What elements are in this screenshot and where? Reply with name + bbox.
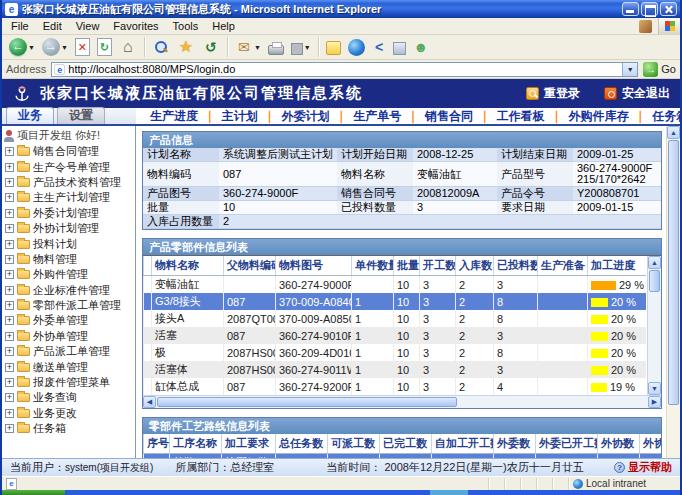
notes-button[interactable]	[323, 38, 344, 56]
title-bar[interactable]: 张家口长城液压油缸有限公司管理信息系统 - Microsoft Internet…	[2, 0, 680, 18]
windows-taskbar[interactable]	[2, 490, 680, 495]
favorites-button[interactable]: ★	[174, 37, 198, 57]
sidebar-item-10[interactable]: +零部件派工单管理	[2, 298, 135, 313]
address-input[interactable]: http://localhost:8080/MPS/login.do ▼	[51, 62, 638, 77]
column-header[interactable]: 已完工数	[380, 434, 432, 454]
sidebar-item-0[interactable]: +销售合同管理	[2, 144, 135, 159]
sidebar-item-5[interactable]: +外协计划管理	[2, 221, 135, 236]
logout-button[interactable]: 安全退出	[604, 85, 670, 102]
sidebar-item-16[interactable]: +业务查询	[2, 390, 135, 405]
expand-icon[interactable]: +	[5, 193, 14, 202]
menu-item-file[interactable]: File	[4, 19, 36, 33]
nav-item-7[interactable]: 任务箱	[652, 108, 680, 124]
column-header[interactable]: 物料名称	[152, 256, 224, 276]
expand-icon[interactable]: +	[5, 363, 14, 372]
expand-icon[interactable]: +	[5, 270, 14, 279]
sidebar-item-12[interactable]: +外协单管理	[2, 329, 135, 344]
sidebar-item-15[interactable]: +报废件管理菜单	[2, 375, 135, 390]
parts-horizontal-scrollbar[interactable]: ◀ ▶	[143, 395, 661, 408]
go-button[interactable]: → Go	[643, 62, 676, 77]
sidebar-item-2[interactable]: +产品技术资料管理	[2, 175, 135, 190]
sidebar-item-4[interactable]: +外委计划管理	[2, 206, 135, 221]
dropdown-caret-icon[interactable]: ▼	[61, 44, 68, 51]
nav-item-1[interactable]: 主计划	[222, 108, 258, 124]
column-header[interactable]: 入库数	[456, 256, 494, 276]
nav-item-4[interactable]: 销售合同	[425, 108, 473, 124]
sidebar-item-9[interactable]: +企业标准件管理	[2, 283, 135, 298]
expand-icon[interactable]: +	[5, 163, 14, 172]
close-button[interactable]	[660, 2, 677, 16]
expand-icon[interactable]: +	[5, 209, 14, 218]
sidebar-item-13[interactable]: +产品派工单管理	[2, 344, 135, 359]
column-header[interactable]: 工序名称	[170, 434, 222, 454]
menu-item-edit[interactable]: Edit	[36, 19, 69, 33]
column-header[interactable]: 外委数	[494, 434, 536, 454]
menu-item-tools[interactable]: Tools	[166, 19, 206, 33]
nav-item-2[interactable]: 外委计划	[282, 108, 330, 124]
table-row[interactable]: 变幅油缸360-274-9000F1032329 %	[144, 276, 646, 294]
taskbar-item[interactable]	[430, 490, 468, 495]
nav-item-5[interactable]: 工作看板	[497, 108, 545, 124]
expand-icon[interactable]: +	[5, 301, 14, 310]
column-header[interactable]: 批量	[394, 256, 420, 276]
column-header[interactable]: 可派工数	[328, 434, 380, 454]
page-vertical-scrollbar[interactable]: ▲	[666, 126, 680, 458]
tab-1[interactable]: 设置	[57, 107, 105, 124]
column-header[interactable]: 已投料数	[494, 256, 538, 276]
address-url[interactable]: http://localhost:8080/MPS/login.do	[68, 63, 619, 75]
search-button[interactable]	[149, 37, 173, 57]
column-header[interactable]: 单件数量	[352, 256, 394, 276]
sidebar-item-6[interactable]: +投料计划	[2, 236, 135, 251]
expand-icon[interactable]: +	[5, 409, 14, 418]
refresh-button[interactable]: ↻	[94, 37, 115, 57]
column-header[interactable]: 序号	[144, 434, 170, 454]
research-button[interactable]	[390, 39, 409, 56]
column-header[interactable]: 外协数	[598, 434, 640, 454]
scroll-up-icon[interactable]: ▲	[648, 256, 661, 269]
expand-icon[interactable]: +	[5, 240, 14, 249]
table-row[interactable]: 活塞体2087HS002360-274-9011W11032320 %	[144, 361, 646, 378]
print-button[interactable]	[265, 38, 287, 56]
dropdown-caret-icon[interactable]: ▼	[28, 44, 35, 51]
scroll-up-icon[interactable]: ▲	[667, 126, 680, 139]
relogin-button[interactable]: 重登录	[526, 85, 580, 102]
expand-icon[interactable]: +	[5, 378, 14, 387]
parts-vertical-scrollbar[interactable]: ▲ ▼	[647, 256, 661, 395]
dropdown-caret-icon[interactable]: ▼	[254, 44, 261, 51]
history-button[interactable]: ↺	[199, 37, 223, 57]
mail-button[interactable]: ✉▼	[232, 37, 264, 57]
expand-icon[interactable]: +	[5, 393, 14, 402]
scroll-thumb[interactable]	[157, 397, 457, 407]
expand-icon[interactable]: +	[5, 255, 14, 264]
dropdown-caret-icon[interactable]: ▼	[304, 44, 311, 51]
sidebar-item-8[interactable]: +外购件管理	[2, 267, 135, 282]
expand-icon[interactable]: +	[5, 347, 14, 356]
column-header[interactable]: 父物料编码	[224, 256, 276, 276]
scroll-down-icon[interactable]: ▼	[648, 382, 661, 395]
column-header[interactable]: 物料图号	[276, 256, 352, 276]
column-header[interactable]: 外协	[640, 434, 663, 454]
forward-button[interactable]: →▼	[39, 37, 71, 57]
table-row[interactable]: 接头A2087QT002370-009-A085011032820 %	[144, 310, 646, 327]
sidebar-item-1[interactable]: +生产令号单管理	[2, 159, 135, 174]
stop-button[interactable]: ✕	[72, 37, 93, 57]
nav-item-0[interactable]: 生产进度	[150, 108, 198, 124]
scroll-thumb[interactable]	[668, 140, 679, 405]
tab-0[interactable]: 业务	[6, 107, 54, 124]
messenger-button[interactable]: ☻	[410, 37, 432, 57]
sidebar-item-17[interactable]: +业务更改	[2, 406, 135, 421]
minimize-button[interactable]	[622, 2, 639, 16]
column-header[interactable]: 生产准备	[538, 256, 588, 276]
column-header[interactable]: 加工进度	[588, 256, 646, 276]
nav-item-3[interactable]: 生产单号	[353, 108, 401, 124]
maximize-button[interactable]	[641, 2, 658, 16]
scroll-left-icon[interactable]: ◀	[143, 396, 156, 408]
table-row[interactable]: 极2087HS002360-209-4D01011032820 %	[144, 344, 646, 361]
show-help-link[interactable]: ? 显示帮助	[614, 460, 672, 475]
menu-item-favorites[interactable]: Favorites	[106, 19, 165, 33]
column-header[interactable]: 开工数	[420, 256, 456, 276]
expand-icon[interactable]: +	[5, 178, 14, 187]
swoosh-button[interactable]: <	[369, 37, 389, 57]
sidebar-item-11[interactable]: +外委单管理	[2, 313, 135, 328]
table-row[interactable]: G3/8接头087370-009-A084011032820 %	[144, 293, 646, 310]
